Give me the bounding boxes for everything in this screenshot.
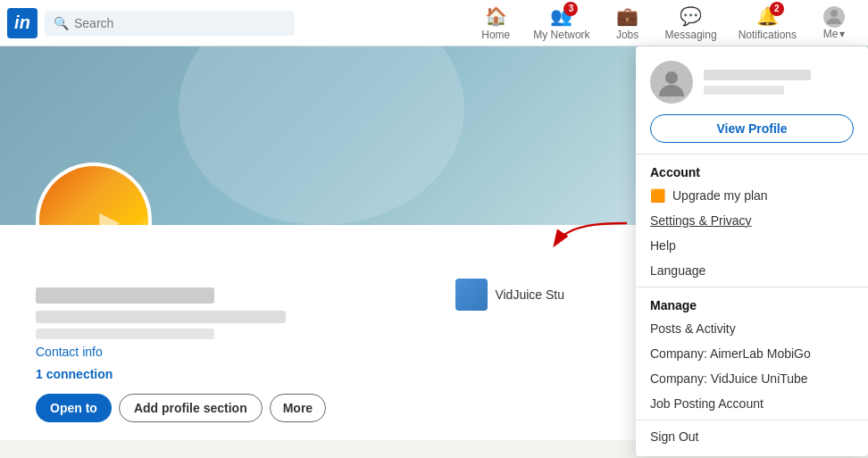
me-avatar [823, 6, 845, 28]
nav-item-jobs[interactable]: 💼 Jobs [601, 0, 655, 46]
home-icon: 🏠 [485, 5, 507, 27]
my-network-icon: 👥 3 [550, 5, 572, 27]
company-aimerlab-label: Company: AimerLab MobiGo [650, 346, 811, 361]
dropdown-name-area [704, 70, 854, 95]
banner-circle [179, 46, 464, 225]
upgrade-icon: 🟧 [650, 188, 665, 203]
language-item[interactable]: Language [636, 258, 868, 283]
dropdown-name-blur [704, 70, 811, 80]
divider-3 [636, 420, 868, 421]
contact-info-link[interactable]: Contact info [36, 345, 103, 359]
nav-item-messaging[interactable]: 💬 Messaging [655, 0, 728, 46]
dropdown-header [636, 46, 868, 114]
nav-items: 🏠 Home 👥 3 My Network 💼 Jobs 💬 Messaging… [469, 0, 861, 46]
messaging-icon: 💬 [680, 5, 702, 27]
search-bar[interactable]: 🔍 [45, 11, 295, 36]
notifications-icon: 🔔 2 [756, 5, 779, 27]
sign-out-label: Sign Out [650, 429, 698, 444]
account-section-title: Account [636, 158, 868, 183]
red-arrow-svg [551, 219, 631, 251]
posts-activity-label: Posts & Activity [650, 321, 736, 336]
nav-item-me[interactable]: Me ▾ [807, 0, 861, 46]
notifications-label: Notifications [739, 29, 797, 41]
settings-privacy-item[interactable]: Settings & Privacy [636, 208, 868, 233]
jobs-label: Jobs [616, 29, 638, 41]
company-aimerlab-item[interactable]: Company: AimerLab MobiGo [636, 341, 868, 366]
messaging-label: Messaging [665, 29, 717, 41]
me-label: Me ▾ [823, 28, 846, 40]
logo-text: in [14, 12, 30, 33]
dropdown-avatar [650, 61, 693, 104]
upgrade-my-plan-item[interactable]: 🟧 Upgrade my plan [636, 183, 868, 208]
svg-point-0 [830, 10, 838, 17]
more-button[interactable]: More [270, 394, 326, 422]
upgrade-label: Upgrade my plan [672, 188, 768, 203]
svg-point-1 [665, 71, 678, 84]
nav-item-home[interactable]: 🏠 Home [469, 0, 522, 46]
dropdown-menu: View Profile Account 🟧 Upgrade my plan S… [636, 46, 868, 456]
posts-activity-item[interactable]: Posts & Activity [636, 316, 868, 341]
vidjuice-card[interactable]: VidJuice Stu [455, 279, 564, 311]
help-label: Help [650, 238, 676, 253]
add-profile-section-button[interactable]: Add profile section [119, 394, 263, 422]
home-label: Home [481, 29, 510, 41]
arrow-indicator [551, 219, 631, 254]
vidjuice-logo [455, 279, 488, 311]
nav-item-notifications[interactable]: 🔔 2 Notifications [728, 0, 807, 46]
manage-section-title: Manage [636, 291, 868, 316]
divider-2 [636, 287, 868, 287]
linkedin-logo[interactable]: in [7, 8, 38, 38]
jobs-icon: 💼 [616, 5, 638, 27]
notifications-badge: 2 [770, 2, 784, 16]
view-profile-button[interactable]: View Profile [650, 114, 854, 143]
language-label: Language [650, 263, 705, 278]
job-posting-label: Job Posting Account [650, 396, 764, 411]
navbar: in 🔍 🏠 Home 👥 3 My Network 💼 Jobs 💬 Mess… [0, 0, 868, 46]
profile-name-blur [36, 287, 214, 304]
nav-item-my-network[interactable]: 👥 3 My Network [522, 0, 600, 46]
divider-1 [636, 154, 868, 154]
search-icon: 🔍 [54, 16, 69, 30]
job-posting-item[interactable]: Job Posting Account [636, 391, 868, 416]
profile-title-blur [36, 311, 286, 323]
open-to-button[interactable]: Open to [36, 394, 112, 422]
company-vidjuice-label: Company: VidJuice UniTube [650, 371, 808, 386]
dropdown-subtitle-blur [704, 86, 784, 95]
company-vidjuice-item[interactable]: Company: VidJuice UniTube [636, 366, 868, 391]
sign-out-item[interactable]: Sign Out [636, 424, 868, 449]
search-input[interactable] [74, 16, 286, 30]
my-network-badge: 3 [563, 2, 578, 16]
profile-photo-container [36, 162, 152, 225]
settings-privacy-label: Settings & Privacy [650, 213, 752, 228]
vidjuice-name: VidJuice Stu [495, 287, 564, 302]
profile-sub-blur [36, 329, 214, 339]
help-item[interactable]: Help [636, 233, 868, 258]
profile-photo [39, 166, 148, 225]
my-network-label: My Network [533, 29, 589, 41]
